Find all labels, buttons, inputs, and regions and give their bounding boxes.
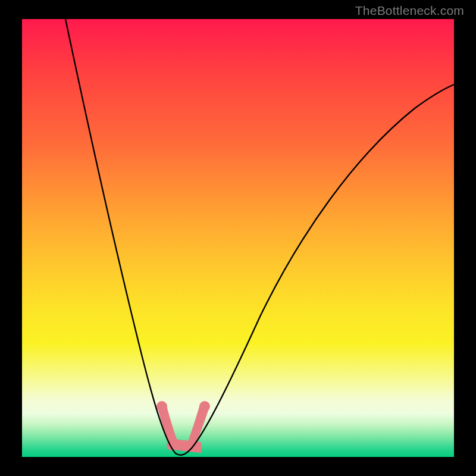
plot-area bbox=[22, 19, 454, 457]
chart-frame: TheBottleneck.com bbox=[0, 0, 476, 476]
bottleneck-curve bbox=[22, 19, 454, 457]
watermark-text: TheBottleneck.com bbox=[355, 4, 464, 18]
